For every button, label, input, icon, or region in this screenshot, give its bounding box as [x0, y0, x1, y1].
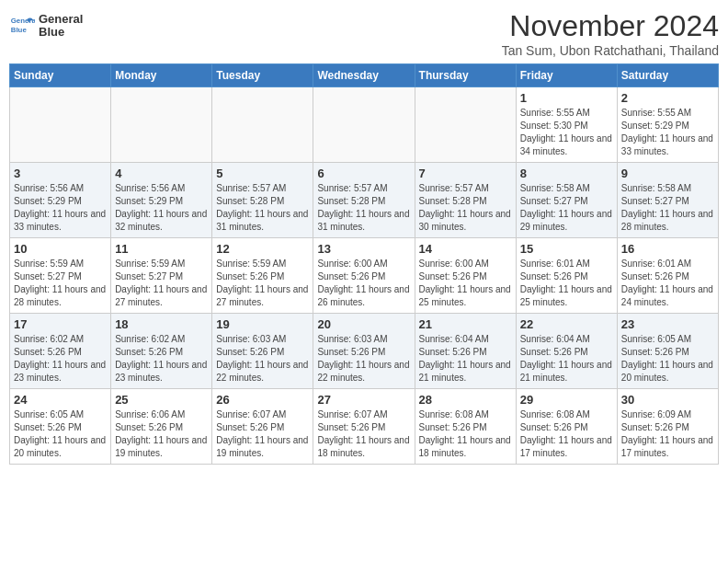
day-number: 11 [115, 242, 208, 256]
day-info: Sunrise: 5:57 AM Sunset: 5:28 PM Dayligh… [317, 182, 410, 234]
day-info: Sunrise: 5:59 AM Sunset: 5:26 PM Dayligh… [216, 258, 309, 309]
day-info: Sunrise: 5:55 AM Sunset: 5:30 PM Dayligh… [520, 107, 613, 158]
day-number: 27 [317, 393, 410, 407]
day-info: Sunrise: 5:55 AM Sunset: 5:29 PM Dayligh… [621, 107, 714, 158]
day-number: 30 [621, 393, 714, 407]
calendar-cell: 22Sunrise: 6:04 AM Sunset: 5:26 PM Dayli… [516, 314, 617, 389]
day-info: Sunrise: 6:00 AM Sunset: 5:26 PM Dayligh… [317, 258, 410, 309]
day-number: 8 [520, 167, 613, 180]
calendar-cell: 14Sunrise: 6:00 AM Sunset: 5:26 PM Dayli… [415, 238, 516, 314]
day-info: Sunrise: 5:56 AM Sunset: 5:29 PM Dayligh… [14, 182, 107, 234]
svg-text:General: General [11, 17, 35, 26]
day-number: 6 [317, 167, 410, 180]
day-info: Sunrise: 5:59 AM Sunset: 5:27 PM Dayligh… [115, 258, 208, 309]
day-number: 25 [115, 393, 208, 407]
day-info: Sunrise: 6:09 AM Sunset: 5:26 PM Dayligh… [621, 408, 714, 460]
calendar-cell: 11Sunrise: 5:59 AM Sunset: 5:27 PM Dayli… [111, 238, 212, 314]
title-block: November 2024 Tan Sum, Ubon Ratchathani,… [502, 9, 719, 58]
day-number: 19 [216, 317, 309, 331]
day-info: Sunrise: 6:05 AM Sunset: 5:26 PM Dayligh… [621, 333, 714, 385]
day-info: Sunrise: 5:57 AM Sunset: 5:28 PM Dayligh… [216, 182, 309, 234]
calendar-cell [212, 87, 313, 163]
calendar-cell: 5Sunrise: 5:57 AM Sunset: 5:28 PM Daylig… [212, 163, 313, 238]
weekday-header-tuesday: Tuesday [212, 64, 313, 87]
day-number: 18 [115, 317, 208, 331]
calendar-cell: 4Sunrise: 5:56 AM Sunset: 5:29 PM Daylig… [111, 163, 212, 238]
logo: General Blue General Blue [9, 13, 83, 40]
calendar-cell: 12Sunrise: 5:59 AM Sunset: 5:26 PM Dayli… [212, 238, 313, 314]
calendar-cell: 23Sunrise: 6:05 AM Sunset: 5:26 PM Dayli… [617, 314, 718, 389]
calendar-cell [415, 87, 516, 163]
day-info: Sunrise: 6:05 AM Sunset: 5:26 PM Dayligh… [14, 408, 107, 460]
calendar-cell: 20Sunrise: 6:03 AM Sunset: 5:26 PM Dayli… [313, 314, 415, 389]
calendar-week-1: 3Sunrise: 5:56 AM Sunset: 5:29 PM Daylig… [10, 163, 719, 238]
day-number: 9 [621, 167, 714, 180]
logo-text: General Blue [39, 13, 83, 40]
calendar-week-2: 10Sunrise: 5:59 AM Sunset: 5:27 PM Dayli… [10, 238, 719, 314]
day-number: 17 [14, 317, 107, 331]
calendar-cell: 25Sunrise: 6:06 AM Sunset: 5:26 PM Dayli… [111, 389, 212, 465]
day-info: Sunrise: 6:03 AM Sunset: 5:26 PM Dayligh… [216, 333, 309, 385]
day-number: 26 [216, 393, 309, 407]
calendar-cell: 15Sunrise: 6:01 AM Sunset: 5:26 PM Dayli… [516, 238, 617, 314]
day-info: Sunrise: 6:01 AM Sunset: 5:26 PM Dayligh… [621, 258, 714, 309]
calendar-cell: 2Sunrise: 5:55 AM Sunset: 5:29 PM Daylig… [617, 87, 718, 163]
day-number: 16 [621, 242, 714, 256]
day-info: Sunrise: 5:56 AM Sunset: 5:29 PM Dayligh… [115, 182, 208, 234]
calendar-cell [111, 87, 212, 163]
day-number: 20 [317, 317, 410, 331]
day-info: Sunrise: 5:57 AM Sunset: 5:28 PM Dayligh… [419, 182, 512, 234]
day-number: 15 [520, 242, 613, 256]
day-info: Sunrise: 5:58 AM Sunset: 5:27 PM Dayligh… [520, 182, 613, 234]
day-number: 4 [115, 167, 208, 180]
day-number: 5 [216, 167, 309, 180]
day-info: Sunrise: 6:02 AM Sunset: 5:26 PM Dayligh… [115, 333, 208, 385]
day-number: 10 [14, 242, 107, 256]
calendar-cell: 21Sunrise: 6:04 AM Sunset: 5:26 PM Dayli… [415, 314, 516, 389]
calendar-week-3: 17Sunrise: 6:02 AM Sunset: 5:26 PM Dayli… [10, 314, 719, 389]
day-number: 24 [14, 393, 107, 407]
day-info: Sunrise: 6:08 AM Sunset: 5:26 PM Dayligh… [520, 408, 613, 460]
day-number: 14 [419, 242, 512, 256]
calendar-cell: 10Sunrise: 5:59 AM Sunset: 5:27 PM Dayli… [10, 238, 111, 314]
day-number: 21 [419, 317, 512, 331]
calendar-cell: 3Sunrise: 5:56 AM Sunset: 5:29 PM Daylig… [10, 163, 111, 238]
svg-text:Blue: Blue [11, 26, 28, 34]
calendar-cell: 17Sunrise: 6:02 AM Sunset: 5:26 PM Dayli… [10, 314, 111, 389]
day-number: 12 [216, 242, 309, 256]
calendar-cell: 16Sunrise: 6:01 AM Sunset: 5:26 PM Dayli… [617, 238, 718, 314]
calendar-week-4: 24Sunrise: 6:05 AM Sunset: 5:26 PM Dayli… [10, 389, 719, 465]
calendar-cell: 30Sunrise: 6:09 AM Sunset: 5:26 PM Dayli… [617, 389, 718, 465]
weekday-header-saturday: Saturday [617, 64, 718, 87]
calendar-cell: 24Sunrise: 6:05 AM Sunset: 5:26 PM Dayli… [10, 389, 111, 465]
calendar-cell [10, 87, 111, 163]
day-info: Sunrise: 6:02 AM Sunset: 5:26 PM Dayligh… [14, 333, 107, 385]
day-number: 2 [621, 91, 714, 105]
day-number: 1 [520, 91, 613, 105]
calendar-cell: 9Sunrise: 5:58 AM Sunset: 5:27 PM Daylig… [617, 163, 718, 238]
calendar-table: SundayMondayTuesdayWednesdayThursdayFrid… [9, 63, 719, 465]
day-info: Sunrise: 6:01 AM Sunset: 5:26 PM Dayligh… [520, 258, 613, 309]
day-number: 28 [419, 393, 512, 407]
location-title: Tan Sum, Ubon Ratchathani, Thailand [502, 43, 719, 58]
calendar-cell: 1Sunrise: 5:55 AM Sunset: 5:30 PM Daylig… [516, 87, 617, 163]
weekday-row: SundayMondayTuesdayWednesdayThursdayFrid… [10, 64, 719, 87]
weekday-header-monday: Monday [111, 64, 212, 87]
calendar-body: 1Sunrise: 5:55 AM Sunset: 5:30 PM Daylig… [10, 87, 719, 465]
calendar-cell: 8Sunrise: 5:58 AM Sunset: 5:27 PM Daylig… [516, 163, 617, 238]
calendar-week-0: 1Sunrise: 5:55 AM Sunset: 5:30 PM Daylig… [10, 87, 719, 163]
day-info: Sunrise: 6:00 AM Sunset: 5:26 PM Dayligh… [419, 258, 512, 309]
day-info: Sunrise: 6:08 AM Sunset: 5:26 PM Dayligh… [419, 408, 512, 460]
day-info: Sunrise: 6:06 AM Sunset: 5:26 PM Dayligh… [115, 408, 208, 460]
logo-icon: General Blue [9, 13, 35, 39]
calendar-header: SundayMondayTuesdayWednesdayThursdayFrid… [10, 64, 719, 87]
weekday-header-friday: Friday [516, 64, 617, 87]
month-title: November 2024 [502, 9, 719, 43]
calendar-cell: 29Sunrise: 6:08 AM Sunset: 5:26 PM Dayli… [516, 389, 617, 465]
calendar-cell: 19Sunrise: 6:03 AM Sunset: 5:26 PM Dayli… [212, 314, 313, 389]
day-info: Sunrise: 6:03 AM Sunset: 5:26 PM Dayligh… [317, 333, 410, 385]
calendar-cell: 18Sunrise: 6:02 AM Sunset: 5:26 PM Dayli… [111, 314, 212, 389]
calendar-cell: 7Sunrise: 5:57 AM Sunset: 5:28 PM Daylig… [415, 163, 516, 238]
calendar-cell: 6Sunrise: 5:57 AM Sunset: 5:28 PM Daylig… [313, 163, 415, 238]
day-info: Sunrise: 5:58 AM Sunset: 5:27 PM Dayligh… [621, 182, 714, 234]
